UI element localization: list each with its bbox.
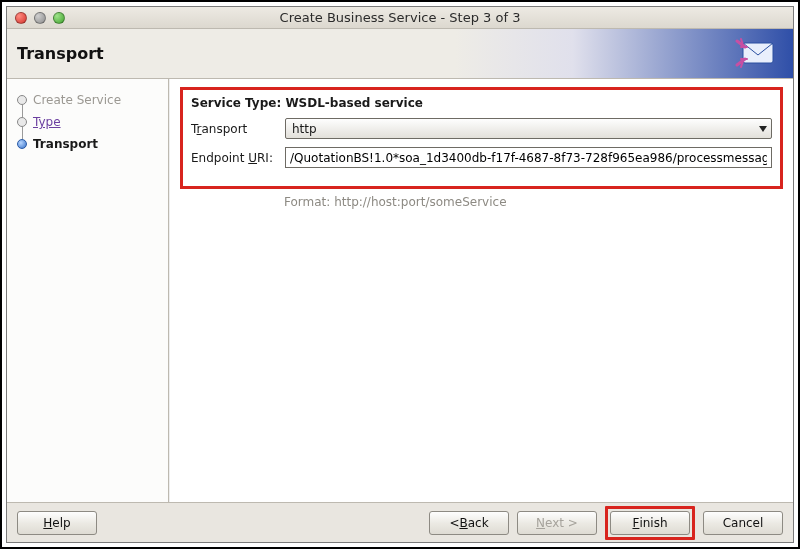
wizard-steps-sidebar: Create Service Type Transport <box>7 79 169 502</box>
wizard-footer: Help < Back Next > Finish Cancel <box>7 502 793 542</box>
step-node-icon <box>17 117 27 127</box>
transport-combo-value: http <box>292 122 317 136</box>
service-type-value: WSDL-based service <box>285 96 423 110</box>
sidebar-item-label: Create Service <box>33 93 121 107</box>
close-icon[interactable] <box>15 12 27 24</box>
step-node-icon <box>17 95 27 105</box>
window-title: Create Business Service - Step 3 of 3 <box>7 10 793 25</box>
wizard-content: Service Type: WSDL-based service Transpo… <box>169 79 793 502</box>
chevron-down-icon <box>759 126 767 132</box>
endpoint-format-hint: Format: http://host:port/someService <box>284 195 783 209</box>
service-type-label: Service Type: <box>191 96 281 110</box>
back-button[interactable]: < Back <box>429 511 509 535</box>
sidebar-item-type[interactable]: Type <box>17 111 160 133</box>
zoom-icon[interactable] <box>53 12 65 24</box>
next-button: Next > <box>517 511 597 535</box>
sidebar-item-create-service: Create Service <box>17 89 160 111</box>
sidebar-item-label: Transport <box>33 137 98 151</box>
finish-highlight: Finish <box>605 506 695 540</box>
titlebar: Create Business Service - Step 3 of 3 <box>7 7 793 29</box>
transport-combo[interactable]: http <box>285 118 772 139</box>
sidebar-item-label: Type <box>33 115 61 129</box>
endpoint-uri-field[interactable] <box>285 147 772 168</box>
wizard-header: Transport <box>7 29 793 79</box>
help-button[interactable]: Help <box>17 511 97 535</box>
form-highlight: Service Type: WSDL-based service Transpo… <box>180 87 783 189</box>
service-type-row: Service Type: WSDL-based service <box>191 96 772 110</box>
endpoint-row: Endpoint URI: <box>191 147 772 168</box>
envelope-icon <box>733 35 779 76</box>
transport-label: Transport <box>191 122 275 136</box>
page-title: Transport <box>17 44 104 63</box>
minimize-icon[interactable] <box>34 12 46 24</box>
window-controls <box>7 12 65 24</box>
wizard-window: Create Business Service - Step 3 of 3 Tr… <box>6 6 794 543</box>
step-node-icon <box>17 139 27 149</box>
cancel-button[interactable]: Cancel <box>703 511 783 535</box>
finish-button[interactable]: Finish <box>610 511 690 535</box>
endpoint-label: Endpoint URI: <box>191 151 275 165</box>
transport-row: Transport http <box>191 118 772 139</box>
sidebar-item-transport[interactable]: Transport <box>17 133 160 155</box>
